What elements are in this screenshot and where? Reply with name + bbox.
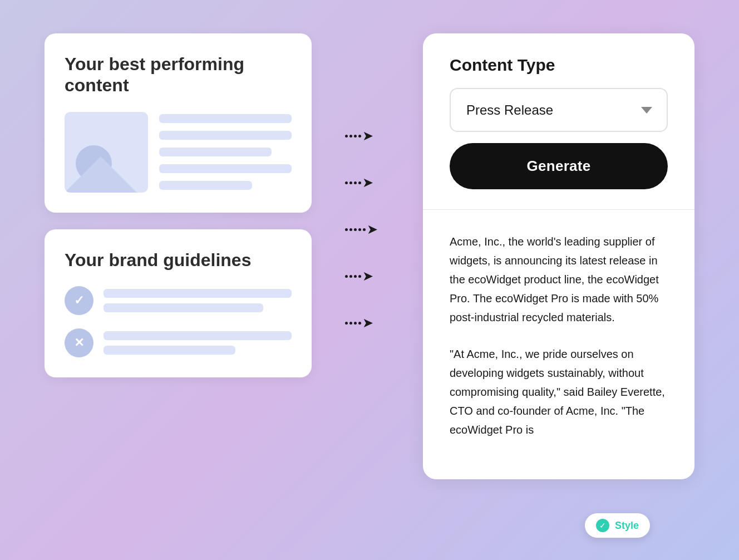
- style-label: Style: [615, 520, 639, 532]
- left-panel: Your best performing content Your brand …: [45, 33, 312, 377]
- arrow-head: ➤: [362, 268, 373, 284]
- text-line: [104, 331, 292, 340]
- arrow-head: ➤: [367, 222, 378, 237]
- dot: [363, 228, 366, 231]
- content-type-select[interactable]: Press Release Blog Post Social Media Pos…: [450, 88, 668, 132]
- text-line: [159, 148, 272, 156]
- dot: [354, 275, 357, 278]
- body-paragraph-1: Acme, Inc., the world's leading supplier…: [450, 232, 668, 327]
- dot: [349, 275, 352, 278]
- arrow-head: ➤: [362, 315, 373, 331]
- text-line: [159, 114, 292, 123]
- cross-icon: [65, 328, 93, 357]
- card2-title: Your brand guidelines: [65, 249, 292, 271]
- dot: [349, 322, 352, 325]
- dot: [358, 228, 361, 231]
- brand-lines: [104, 331, 292, 355]
- dot: [345, 228, 348, 231]
- text-line: [104, 303, 263, 312]
- text-line: [104, 289, 292, 298]
- dot: [358, 322, 361, 325]
- dot: [354, 322, 357, 325]
- arrow-dots: [345, 322, 361, 325]
- text-line: [159, 181, 252, 190]
- style-badge: ✓ Style: [585, 513, 650, 538]
- arrow-head: ➤: [362, 175, 373, 190]
- generate-button[interactable]: Generate: [450, 143, 668, 189]
- arrows-panel: ➤ ➤ ➤: [345, 33, 390, 362]
- text-line: [159, 131, 292, 140]
- brand-item-check: [65, 286, 292, 315]
- content-body: Acme, Inc., the world's leading supplier…: [423, 210, 694, 479]
- dot: [345, 181, 348, 184]
- text-line: [104, 346, 235, 355]
- dot: [345, 322, 348, 325]
- arrow-5: ➤: [345, 315, 390, 331]
- text-lines-group: [159, 114, 292, 190]
- right-panel: Content Type Press Release Blog Post Soc…: [423, 33, 694, 479]
- dot: [354, 228, 357, 231]
- brand-item-cross: [65, 328, 292, 357]
- dot: [349, 181, 352, 184]
- dot: [354, 181, 357, 184]
- section-title: Content Type: [450, 56, 668, 75]
- main-layout: Your best performing content Your brand …: [0, 0, 739, 560]
- arrow-head: ➤: [362, 128, 373, 144]
- card-brand-guidelines: Your brand guidelines: [45, 229, 312, 377]
- arrow-dots: [345, 181, 361, 184]
- dot: [349, 135, 352, 137]
- select-wrapper: Press Release Blog Post Social Media Pos…: [450, 88, 668, 132]
- dot: [345, 275, 348, 278]
- image-placeholder: [65, 112, 148, 193]
- text-line: [159, 164, 292, 173]
- dot: [354, 135, 357, 137]
- dot: [358, 181, 361, 184]
- card-best-content: Your best performing content: [45, 33, 312, 213]
- brand-lines: [104, 289, 292, 312]
- arrow-dots: [345, 228, 366, 231]
- arrow-3: ➤: [345, 222, 390, 237]
- card1-title: Your best performing content: [65, 53, 292, 96]
- check-badge-icon: ✓: [596, 519, 609, 532]
- arrow-dots: [345, 275, 361, 278]
- arrow-4: ➤: [345, 268, 390, 284]
- body-paragraph-2: "At Acme, Inc., we pride ourselves on de…: [450, 345, 668, 439]
- arrow-2: ➤: [345, 175, 390, 190]
- dot: [358, 275, 361, 278]
- dot: [358, 135, 361, 137]
- check-icon: [65, 286, 93, 315]
- arrow-1: ➤: [345, 128, 390, 144]
- arrow-dots: [345, 135, 361, 137]
- content-illustration: [65, 112, 292, 193]
- content-type-section: Content Type Press Release Blog Post Soc…: [423, 33, 694, 210]
- dot: [349, 228, 352, 231]
- dot: [345, 135, 348, 137]
- brand-list: [65, 286, 292, 357]
